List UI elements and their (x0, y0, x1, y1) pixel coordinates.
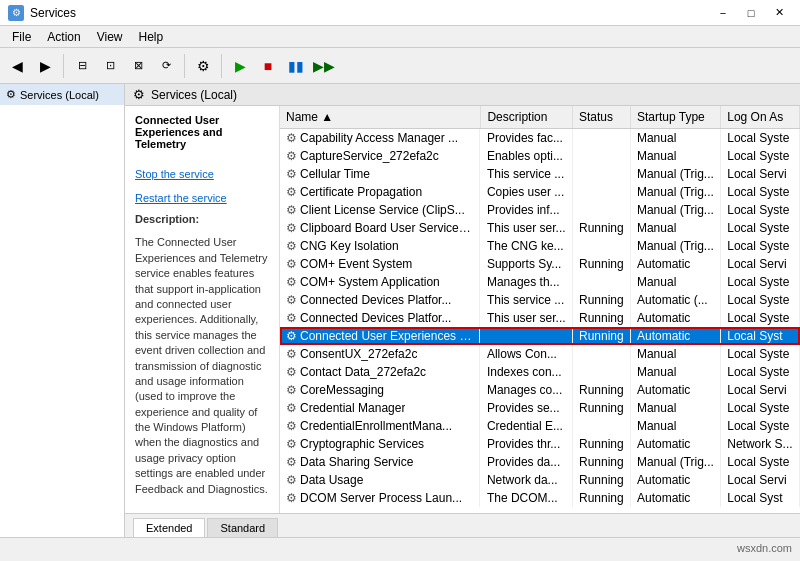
service-logon: Local Syste (721, 363, 800, 381)
service-desc: Copies user ... (481, 183, 573, 201)
service-status (573, 129, 631, 148)
service-startup: Automatic (630, 435, 720, 453)
restart-link[interactable]: Restart the service (135, 192, 227, 204)
table-row[interactable]: ⚙Credential ManagerProvides se...Running… (280, 399, 800, 417)
service-status (573, 345, 631, 363)
service-startup: Automatic (... (630, 291, 720, 309)
col-description[interactable]: Description (481, 106, 573, 129)
service-desc: Provides da... (481, 453, 573, 471)
service-desc: Provides se... (481, 399, 573, 417)
table-row[interactable]: ⚙CaptureService_272efa2cEnables opti...M… (280, 147, 800, 165)
service-icon: ⚙ (286, 203, 297, 217)
minimize-button[interactable]: − (710, 3, 736, 23)
table-row[interactable]: ⚙Client License Service (ClipS...Provide… (280, 201, 800, 219)
service-name: CNG Key Isolation (300, 239, 399, 253)
stop-button[interactable]: ■ (255, 53, 281, 79)
service-logon: Local Syst (721, 327, 800, 345)
service-icon: ⚙ (286, 365, 297, 379)
maximize-button[interactable]: □ (738, 3, 764, 23)
table-row[interactable]: ⚙CNG Key IsolationThe CNG ke...Manual (T… (280, 237, 800, 255)
table-row[interactable]: ⚙Connected Devices Platfor...This user s… (280, 309, 800, 327)
service-startup: Automatic (630, 309, 720, 327)
menu-file[interactable]: File (4, 26, 39, 47)
service-icon: ⚙ (286, 329, 297, 343)
properties-button[interactable]: ⊠ (125, 53, 151, 79)
service-name: ConsentUX_272efa2c (300, 347, 417, 361)
service-icon: ⚙ (286, 257, 297, 271)
col-startup-type[interactable]: Startup Type (630, 106, 720, 129)
service-name: Capability Access Manager ... (300, 131, 458, 145)
service-startup: Manual (630, 129, 720, 148)
tab-extended[interactable]: Extended (133, 518, 205, 537)
content-header-title: Services (Local) (151, 88, 237, 102)
settings-button[interactable]: ⚙ (190, 53, 216, 79)
service-name: CoreMessaging (300, 383, 384, 397)
expand-button[interactable]: ⊡ (97, 53, 123, 79)
tree-icon: ⚙ (6, 88, 16, 101)
col-status[interactable]: Status (573, 106, 631, 129)
play-button[interactable]: ▶ (227, 53, 253, 79)
table-row[interactable]: ⚙Capability Access Manager ...Provides f… (280, 129, 800, 148)
service-status: Running (573, 489, 631, 507)
table-row[interactable]: ⚙COM+ System ApplicationManages th...Man… (280, 273, 800, 291)
refresh-button[interactable]: ⟳ (153, 53, 179, 79)
table-row[interactable]: ⚙Connected User Experiences and Telemetr… (280, 327, 800, 345)
back-button[interactable]: ◀ (4, 53, 30, 79)
service-startup: Manual (Trig... (630, 165, 720, 183)
close-button[interactable]: ✕ (766, 3, 792, 23)
table-row[interactable]: ⚙Certificate PropagationCopies user ...M… (280, 183, 800, 201)
forward-button[interactable]: ▶ (32, 53, 58, 79)
menu-action[interactable]: Action (39, 26, 88, 47)
stop-link[interactable]: Stop the service (135, 168, 214, 180)
service-startup: Automatic (630, 327, 720, 345)
menu-view[interactable]: View (89, 26, 131, 47)
service-status (573, 237, 631, 255)
services-table: Name ▲ Description Status Startup Type L… (280, 106, 800, 507)
table-row[interactable]: ⚙Data UsageNetwork da...RunningAutomatic… (280, 471, 800, 489)
table-row[interactable]: ⚙Clipboard Board User Service_272e...Thi… (280, 219, 800, 237)
pause-button[interactable]: ▮▮ (283, 53, 309, 79)
service-name: COM+ System Application (300, 275, 440, 289)
services-table-container[interactable]: Name ▲ Description Status Startup Type L… (280, 106, 800, 513)
service-startup: Manual (630, 219, 720, 237)
service-status: Running (573, 471, 631, 489)
service-logon: Local Syste (721, 129, 800, 148)
col-log-on-as[interactable]: Log On As (721, 106, 800, 129)
table-row[interactable]: ⚙DCOM Server Process Laun...The DCOM...R… (280, 489, 800, 507)
menu-help[interactable]: Help (131, 26, 172, 47)
tab-standard[interactable]: Standard (207, 518, 278, 537)
status-text: wsxdn.com (737, 542, 792, 554)
service-icon: ⚙ (286, 419, 297, 433)
status-bar: wsxdn.com (0, 537, 800, 557)
table-row[interactable]: ⚙COM+ Event SystemSupports Sy...RunningA… (280, 255, 800, 273)
restart-button[interactable]: ▶▶ (311, 53, 337, 79)
service-status (573, 201, 631, 219)
col-name[interactable]: Name ▲ (280, 106, 481, 129)
service-name: Connected Devices Platfor... (300, 293, 451, 307)
service-status: Running (573, 435, 631, 453)
table-row[interactable]: ⚙Connected Devices Platfor...This servic… (280, 291, 800, 309)
service-name: Client License Service (ClipS... (300, 203, 465, 217)
table-row[interactable]: ⚙Contact Data_272efa2cIndexes con...Manu… (280, 363, 800, 381)
service-name: Contact Data_272efa2c (300, 365, 426, 379)
service-startup: Automatic (630, 489, 720, 507)
table-row[interactable]: ⚙Cryptographic ServicesProvides thr...Ru… (280, 435, 800, 453)
service-logon: Local Syste (721, 453, 800, 471)
service-logon: Local Syste (721, 183, 800, 201)
service-startup: Automatic (630, 255, 720, 273)
service-icon: ⚙ (286, 239, 297, 253)
table-row[interactable]: ⚙Cellular TimeThis service ...Manual (Tr… (280, 165, 800, 183)
tree-item-services-local[interactable]: ⚙ Services (Local) (0, 84, 124, 105)
content-header-icon: ⚙ (133, 87, 145, 102)
left-panel: ⚙ Services (Local) (0, 84, 125, 537)
table-row[interactable]: ⚙CoreMessagingManages co...RunningAutoma… (280, 381, 800, 399)
show-hide-button[interactable]: ⊟ (69, 53, 95, 79)
service-desc: Indexes con... (481, 363, 573, 381)
table-row[interactable]: ⚙Data Sharing ServiceProvides da...Runni… (280, 453, 800, 471)
table-row[interactable]: ⚙CredentialEnrollmentMana...Credential E… (280, 417, 800, 435)
table-row[interactable]: ⚙ConsentUX_272efa2cAllows Con...ManualLo… (280, 345, 800, 363)
service-startup: Automatic (630, 381, 720, 399)
service-desc: Manages th... (481, 273, 573, 291)
service-logon: Local Syste (721, 291, 800, 309)
service-name: Cryptographic Services (300, 437, 424, 451)
